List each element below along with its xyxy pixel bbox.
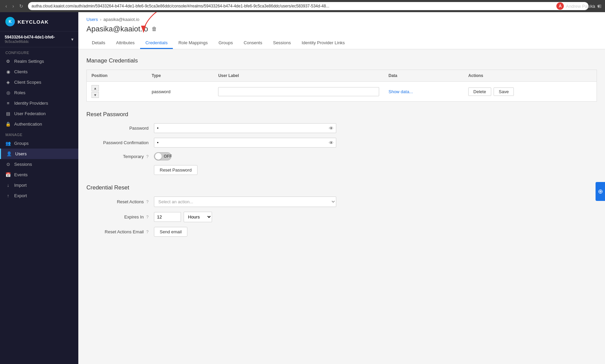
tab-attributes[interactable]: Attributes xyxy=(111,37,140,49)
position-up-button[interactable]: ▲ xyxy=(91,85,99,91)
sidebar-item-events[interactable]: 📅 Events xyxy=(0,170,78,180)
sidebar-item-user-federation[interactable]: ▤ User Federation xyxy=(0,108,78,119)
password-confirmation-input[interactable] xyxy=(154,138,336,148)
manage-credentials-title: Manage Credentials xyxy=(86,57,597,64)
sidebar-item-authentication[interactable]: 🔒 Authentication xyxy=(0,119,78,129)
sidebar-item-sessions[interactable]: ⊙ Sessions xyxy=(0,159,78,170)
expires-unit-select[interactable]: Hours Minutes Days xyxy=(184,212,212,222)
tab-role-mappings[interactable]: Role Mappings xyxy=(173,37,213,49)
sidebar-item-label: Groups xyxy=(14,141,29,146)
sidebar-item-label: Sessions xyxy=(14,162,32,167)
position-down-button[interactable]: ▼ xyxy=(91,92,99,98)
page-header: Users › apasika@kaaiot.io Apasika@kaaiot… xyxy=(78,12,605,49)
col-data: Data xyxy=(384,70,464,82)
breadcrumb-current: apasika@kaaiot.io xyxy=(103,17,139,22)
table-row: ▲ ▼ password Show data... xyxy=(87,82,597,102)
reset-actions-row: Reset Actions ? Select an action... xyxy=(86,197,597,207)
expires-wrap: Hours Minutes Days xyxy=(154,212,212,222)
nav-buttons[interactable]: ‹ › ↻ xyxy=(3,3,25,9)
sidebar-item-label: Clients xyxy=(14,69,28,74)
col-type: Type xyxy=(147,70,213,82)
password-confirmation-wrap: 👁 xyxy=(154,138,336,148)
reset-password-btn-row: Reset Password xyxy=(86,165,597,175)
address-bar[interactable]: autha.cloud.kaaiot.com/auth/admin/594332… xyxy=(28,2,588,10)
col-user-label: User Label xyxy=(213,70,384,82)
sidebar-item-clients[interactable]: ◉ Clients xyxy=(0,67,78,77)
tab-groups[interactable]: Groups xyxy=(213,37,238,49)
import-icon: ↓ xyxy=(5,183,11,188)
password-confirmation-toggle-button[interactable]: 👁 xyxy=(329,140,334,146)
tab-identity-provider-links[interactable]: Identity Provider Links xyxy=(296,37,350,49)
authentication-icon: 🔒 xyxy=(5,122,11,127)
sidebar-item-roles[interactable]: ◎ Roles xyxy=(0,87,78,98)
sidebar-item-label: Import xyxy=(14,183,27,188)
float-btn-icon: ⊕ xyxy=(598,188,603,195)
forward-button[interactable]: › xyxy=(10,3,16,9)
credentials-table: Position Type User Label Data Actions ▲ xyxy=(86,70,597,102)
main-content: Users › apasika@kaaiot.io Apasika@kaaiot… xyxy=(78,12,605,364)
reset-actions-select[interactable]: Select an action... xyxy=(154,197,336,207)
reset-actions-info-icon: ? xyxy=(146,200,149,204)
sidebar-item-label: Users xyxy=(15,151,27,156)
tab-details[interactable]: Details xyxy=(86,37,111,49)
show-data-link[interactable]: Show data... xyxy=(389,89,413,94)
logo-icon: K xyxy=(5,17,15,26)
sidebar-item-label: Identity Providers xyxy=(14,101,48,106)
user-label-cell xyxy=(213,82,384,102)
float-side-button[interactable]: ⊕ xyxy=(596,182,605,201)
data-cell: Show data... xyxy=(384,82,464,102)
col-position: Position xyxy=(87,70,147,82)
app-container: K KEYCLOAK 59433264-b474-4de1-bfe6- 9c5c… xyxy=(0,12,605,364)
sidebar-item-label: Roles xyxy=(14,90,25,95)
manage-credentials-section: Manage Credentials Position Type User La… xyxy=(86,57,597,102)
tab-credentials[interactable]: Credentials xyxy=(140,37,173,49)
temporary-toggle[interactable]: OFF xyxy=(154,152,172,160)
back-button[interactable]: ‹ xyxy=(3,3,9,9)
reset-actions-email-label: Reset Actions Email ? xyxy=(86,229,154,234)
page-title-row: Apasika@kaaiot.io 🗑 xyxy=(86,25,597,33)
sessions-icon: ⊙ xyxy=(5,162,11,167)
tab-consents[interactable]: Consents xyxy=(238,37,268,49)
password-confirmation-label: Password Confirmation xyxy=(86,140,154,145)
password-toggle-button[interactable]: 👁 xyxy=(329,126,334,131)
col-actions: Actions xyxy=(464,70,597,82)
send-email-button[interactable]: Send email xyxy=(154,227,187,237)
password-label: Password xyxy=(86,126,154,131)
sidebar-item-users[interactable]: 👤 Users xyxy=(0,149,78,159)
sidebar-item-import[interactable]: ↓ Import xyxy=(0,180,78,190)
sidebar-item-client-scopes[interactable]: ◈ Client Scopes xyxy=(0,77,78,87)
roles-icon: ◎ xyxy=(5,90,11,95)
expires-value-input[interactable] xyxy=(154,212,181,222)
tabs-bar: Details Attributes Credentials Role Mapp… xyxy=(86,37,597,49)
breadcrumb-users-link[interactable]: Users xyxy=(86,17,98,22)
user-menu[interactable]: A Andrew Pasika ▾ xyxy=(556,0,600,12)
clients-icon: ◉ xyxy=(5,69,11,74)
password-input-wrap: 👁 xyxy=(154,123,336,133)
sidebar-item-label: Export xyxy=(14,193,27,198)
user-label-input[interactable] xyxy=(218,87,379,96)
delete-user-icon[interactable]: 🗑 xyxy=(152,26,157,32)
identity-providers-icon: ≡ xyxy=(5,101,11,106)
reset-actions-label: Reset Actions ? xyxy=(86,199,154,204)
realm-selector[interactable]: 59433264-b474-4de1-bfe6- 9c5ca3e86ddc ▾ xyxy=(0,31,78,47)
page-title: Apasika@kaaiot.io xyxy=(86,25,148,33)
delete-credential-button[interactable]: Delete xyxy=(468,87,491,96)
sidebar-item-export[interactable]: ↑ Export xyxy=(0,190,78,201)
temporary-info-icon: ? xyxy=(146,154,149,159)
sidebar-item-groups[interactable]: 👥 Groups xyxy=(0,138,78,149)
tab-sessions[interactable]: Sessions xyxy=(268,37,296,49)
sidebar: K KEYCLOAK 59433264-b474-4de1-bfe6- 9c5c… xyxy=(0,12,78,364)
reload-button[interactable]: ↻ xyxy=(17,3,25,9)
sidebar-item-identity-providers[interactable]: ≡ Identity Providers xyxy=(0,98,78,108)
sidebar-item-label: User Federation xyxy=(14,111,46,116)
temporary-row: Temporary ? OFF xyxy=(86,152,597,160)
sidebar-item-realm-settings[interactable]: ⚙ Realm Settings xyxy=(0,56,78,67)
password-input[interactable] xyxy=(154,123,336,133)
realm-settings-icon: ⚙ xyxy=(5,59,11,64)
realm-dropdown-icon: ▾ xyxy=(71,37,74,42)
content-area: Manage Credentials Position Type User La… xyxy=(78,49,605,364)
credential-type: password xyxy=(152,89,170,94)
save-credential-button[interactable]: Save xyxy=(494,87,514,96)
manage-section-label: Manage xyxy=(0,129,78,138)
reset-password-button[interactable]: Reset Password xyxy=(154,165,198,175)
